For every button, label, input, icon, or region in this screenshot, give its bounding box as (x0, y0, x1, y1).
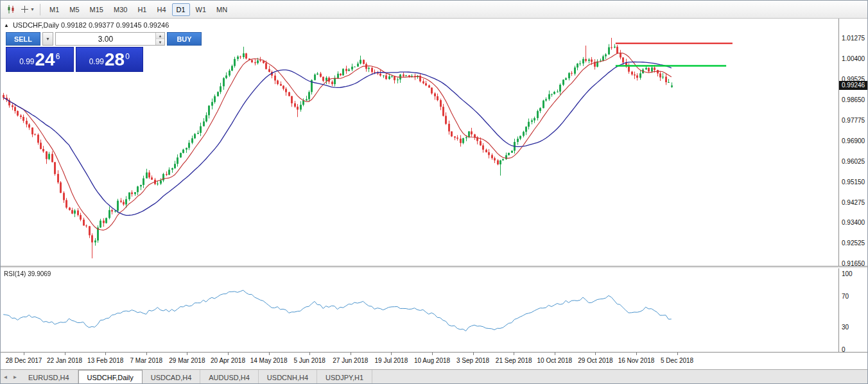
price-axis-label: 0.98650 (842, 96, 865, 103)
date-axis-tick (187, 353, 187, 355)
date-axis-label: 5 Dec 2018 (661, 357, 693, 364)
toolbar-separator (40, 4, 40, 15)
date-axis[interactable]: 28 Dec 201722 Jan 201813 Feb 20187 Mar 2… (1, 353, 868, 369)
buy-price-pip: 0 (125, 52, 130, 61)
crosshair-icon (21, 5, 29, 13)
rsi-chart-canvas[interactable] (1, 268, 838, 352)
date-axis-label: 16 Nov 2018 (618, 357, 655, 364)
tabs-scroll-right-button[interactable]: ► (10, 370, 20, 384)
volume-spinner: ▲ ▼ (155, 33, 164, 45)
one-click-panel-toggle-icon[interactable]: ▲ (4, 22, 9, 28)
date-axis-label: 28 Dec 2017 (6, 357, 42, 364)
timeframe-button-h1[interactable]: H1 (133, 3, 151, 16)
sell-button[interactable]: SELL (6, 32, 40, 46)
chart-tab-usdjpy[interactable]: USDJPY,H1 (317, 370, 372, 384)
rsi-indicator-label: RSI(14) 39.9069 (4, 270, 51, 277)
timeframe-button-m30[interactable]: M30 (109, 3, 132, 16)
one-click-trading-panel: SELL ▼ ▲ ▼ BUY 0.99 24 6 0.9 (6, 32, 143, 72)
buy-price-button[interactable]: 0.99 28 0 (76, 47, 144, 72)
candlestick-chart-icon (6, 4, 16, 14)
date-axis-label: 22 Jan 2018 (47, 357, 82, 364)
date-axis-label: 19 Jul 2018 (375, 357, 408, 364)
sell-price-pip: 6 (56, 52, 60, 61)
volume-input[interactable] (56, 33, 155, 45)
date-axis-tick (473, 353, 474, 355)
sell-price-prefix: 0.99 (19, 57, 34, 66)
chevron-down-icon: ▼ (30, 7, 35, 12)
price-axis-label: 0.95150 (842, 179, 865, 186)
chart-tabbar: ◄ ► EURUSD,H4USDCHF,DailyUSDCAD,H4AUDUSD… (1, 369, 868, 384)
date-axis-tick (24, 353, 24, 355)
date-axis-tick (514, 353, 514, 355)
price-axis-label: 1.00400 (842, 55, 865, 62)
date-axis-label: 5 Jun 2018 (293, 357, 326, 364)
date-axis-tick (595, 353, 596, 355)
price-axis-label: 0.94275 (842, 199, 865, 206)
sell-price-big: 24 (35, 51, 55, 69)
timeframe-button-m1[interactable]: M1 (45, 3, 64, 16)
price-axis-label: 0.96900 (842, 137, 865, 144)
chart-tabs: EURUSD,H4USDCHF,DailyUSDCAD,H4AUDUSD,H4U… (20, 370, 372, 384)
date-axis-label: 3 Sep 2018 (456, 357, 489, 364)
buy-button[interactable]: BUY (167, 32, 202, 46)
chart-tab-usdcad[interactable]: USDCAD,H4 (143, 370, 201, 384)
price-axis-label: 0.92525 (842, 240, 865, 247)
date-axis-tick (351, 353, 351, 355)
price-axis-label: 0.91650 (842, 260, 865, 267)
crosshair-tool-button[interactable]: ▼ (20, 3, 35, 17)
symbol-ohlc-text: USDCHF,Daily 0.99182 0.99377 0.99145 0.9… (13, 21, 169, 29)
rsi-axis-label: 0 (842, 346, 846, 353)
timeframe-toolbar: M1M5M15M30H1H4D1W1MN (45, 3, 232, 16)
date-axis-tick (105, 353, 106, 355)
date-axis-label: 14 May 2018 (250, 357, 288, 364)
date-axis-tick (432, 353, 433, 355)
date-axis-label: 10 Aug 2018 (414, 357, 450, 364)
timeframe-button-m15[interactable]: M15 (85, 3, 108, 16)
sell-price-button[interactable]: 0.99 24 6 (6, 47, 74, 72)
timeframe-button-d1[interactable]: D1 (172, 3, 190, 16)
tabs-scroll-left-button[interactable]: ◄ (1, 370, 10, 384)
timeframe-button-mn[interactable]: MN (212, 3, 232, 16)
rsi-axis-label: 30 (842, 324, 849, 331)
rsi-axis-label: 100 (842, 270, 853, 277)
price-axis-label: 0.97775 (842, 117, 865, 124)
buy-price-prefix: 0.99 (89, 57, 104, 66)
symbol-header: ▲ USDCHF,Daily 0.99182 0.99377 0.99145 0… (4, 21, 169, 29)
date-axis-tick (391, 353, 392, 355)
buy-price-big: 28 (105, 51, 125, 69)
date-axis-label: 20 Apr 2018 (211, 357, 245, 364)
rsi-axis-label: 70 (842, 293, 849, 300)
price-axis-label: 1.01275 (842, 35, 865, 42)
date-axis-label: 7 Mar 2018 (130, 357, 163, 364)
date-axis-tick (677, 353, 678, 355)
chart-type-icon[interactable] (3, 3, 19, 17)
chart-tab-usdchf[interactable]: USDCHF,Daily (78, 370, 143, 384)
toolbar: ▼ M1M5M15M30H1H4D1W1MN (1, 1, 867, 19)
chart-tab-eurusd[interactable]: EURUSD,H4 (20, 370, 78, 384)
date-axis-tick (309, 353, 310, 355)
trading-platform-window: ▼ M1M5M15M30H1H4D1W1MN ▲ USDCHF,Daily 0.… (0, 0, 868, 384)
volume-dropdown-button[interactable]: ▼ (42, 32, 53, 46)
chart-tab-audusd[interactable]: AUDUSD,H4 (200, 370, 259, 384)
volume-increase-button[interactable]: ▲ (156, 33, 164, 39)
volume-decrease-button[interactable]: ▼ (156, 39, 164, 45)
chart-area: ▲ USDCHF,Daily 0.99182 0.99377 0.99145 0… (1, 19, 868, 369)
timeframe-button-w1[interactable]: W1 (191, 3, 211, 16)
date-axis-label: 13 Feb 2018 (87, 357, 123, 364)
date-axis-label: 27 Jun 2018 (333, 357, 368, 364)
price-axis-label: 0.93400 (842, 219, 865, 226)
chevron-down-icon: ▼ (46, 37, 50, 41)
current-price-badge: 0.99246 (839, 81, 868, 90)
volume-field: ▲ ▼ (55, 32, 165, 46)
date-axis-tick (65, 353, 65, 355)
chart-tab-usdcnh[interactable]: USDCNH,H4 (259, 370, 317, 384)
date-axis-tick (555, 353, 555, 355)
date-axis-label: 29 Oct 2018 (578, 357, 612, 364)
date-axis-label: 10 Oct 2018 (537, 357, 572, 364)
date-axis-tick (269, 353, 270, 355)
date-axis-tick (228, 353, 229, 355)
date-axis-tick (146, 353, 147, 355)
timeframe-button-m5[interactable]: M5 (65, 3, 83, 16)
timeframe-button-h4[interactable]: H4 (152, 3, 170, 16)
date-axis-label: 21 Sep 2018 (496, 357, 532, 364)
